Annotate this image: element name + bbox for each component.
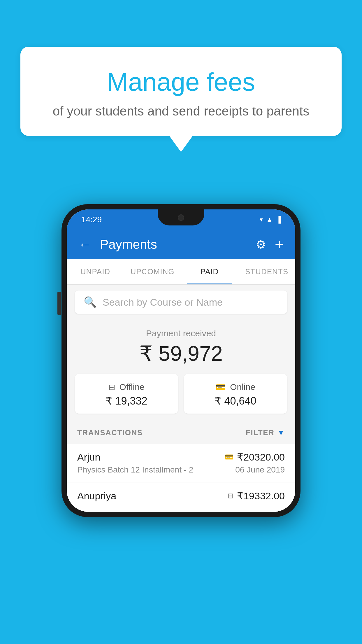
tab-paid[interactable]: PAID (181, 259, 238, 284)
search-bar[interactable]: 🔍 Search by Course or Name (75, 290, 287, 314)
phone-notch (158, 209, 204, 225)
transaction-name-arjun: Arjun (77, 452, 100, 463)
offline-card-header: ⊟ Offline (82, 382, 171, 392)
transaction-top-arjun: Arjun 💳 ₹20320.00 (77, 451, 285, 463)
online-label: Online (230, 382, 255, 392)
status-bar: 14:29 ▾ ▲ ▐ (67, 209, 295, 230)
offline-label: Offline (119, 382, 144, 392)
transaction-top-anupriya: Anupriya ⊟ ₹19332.00 (77, 490, 285, 502)
transactions-label: TRANSACTIONS (77, 428, 143, 437)
transaction-amount-arjun: ₹20320.00 (237, 451, 285, 463)
speech-bubble-arrow (169, 136, 193, 152)
transaction-amount-container-anupriya: ⊟ ₹19332.00 (228, 490, 285, 502)
online-card: 💳 Online ₹ 40,640 (184, 374, 287, 414)
offline-card: ⊟ Offline ₹ 19,332 (75, 374, 178, 414)
phone-device: 14:29 ▾ ▲ ▐ ← Payments ⚙ + U (61, 204, 301, 517)
speech-bubble-title: Manage fees (44, 67, 318, 97)
payment-received-section: Payment received ₹ 59,972 ⊟ Offline ₹ 19… (67, 320, 295, 422)
online-card-header: 💳 Online (191, 382, 280, 392)
settings-icon[interactable]: ⚙ (256, 238, 266, 251)
payment-received-label: Payment received (75, 328, 287, 338)
battery-icon: ▐ (276, 216, 281, 223)
tab-students[interactable]: STUDENTS (238, 259, 295, 284)
app-header: ← Payments ⚙ + (67, 230, 295, 259)
payment-cards: ⊟ Offline ₹ 19,332 💳 Online ₹ 40,640 (75, 374, 287, 414)
tabs: UNPAID UPCOMING PAID STUDENTS (67, 259, 295, 285)
transaction-bottom-arjun: Physics Batch 12 Installment - 2 06 June… (77, 465, 285, 475)
filter-label: FILTER (246, 428, 274, 437)
transaction-date-arjun: 06 June 2019 (235, 465, 285, 475)
online-icon: 💳 (216, 382, 226, 392)
transaction-row-arjun[interactable]: Arjun 💳 ₹20320.00 Physics Batch 12 Insta… (67, 444, 295, 482)
transaction-amount-container-arjun: 💳 ₹20320.00 (225, 451, 285, 463)
transaction-course-arjun: Physics Batch 12 Installment - 2 (77, 465, 193, 475)
filter-icon: ▼ (277, 428, 285, 437)
offline-icon: ⊟ (108, 382, 115, 392)
back-button[interactable]: ← (78, 237, 91, 252)
transaction-row-anupriya[interactable]: Anupriya ⊟ ₹19332.00 (67, 482, 295, 512)
search-placeholder: Search by Course or Name (103, 297, 223, 308)
online-amount: ₹ 40,640 (191, 395, 280, 407)
filter-container[interactable]: FILTER ▼ (246, 428, 285, 437)
wifi-icon: ▾ (260, 216, 263, 223)
signal-icon: ▲ (266, 216, 273, 223)
phone-container: 14:29 ▾ ▲ ▐ ← Payments ⚙ + U (61, 204, 301, 517)
search-container: 🔍 Search by Course or Name (67, 285, 295, 320)
speech-bubble: Manage fees of your students and send re… (20, 47, 342, 136)
speech-bubble-container: Manage fees of your students and send re… (20, 47, 342, 152)
offline-amount: ₹ 19,332 (82, 395, 171, 407)
search-icon: 🔍 (84, 296, 97, 308)
transactions-header: TRANSACTIONS FILTER ▼ (67, 422, 295, 444)
tab-unpaid[interactable]: UNPAID (67, 259, 124, 284)
status-icons: ▾ ▲ ▐ (260, 216, 281, 223)
speech-bubble-subtitle: of your students and send receipts to pa… (44, 104, 318, 118)
tab-upcoming[interactable]: UPCOMING (124, 259, 181, 284)
camera-dot (178, 214, 184, 221)
add-button[interactable]: + (275, 236, 284, 253)
payment-total-amount: ₹ 59,972 (75, 341, 287, 366)
status-time: 14:29 (81, 215, 102, 224)
header-title: Payments (100, 237, 247, 252)
phone-screen: 14:29 ▾ ▲ ▐ ← Payments ⚙ + U (67, 209, 295, 512)
card-payment-icon: 💳 (225, 453, 233, 461)
transaction-name-anupriya: Anupriya (77, 490, 116, 502)
transaction-amount-anupriya: ₹19332.00 (237, 490, 285, 502)
cash-payment-icon: ⊟ (228, 492, 233, 500)
